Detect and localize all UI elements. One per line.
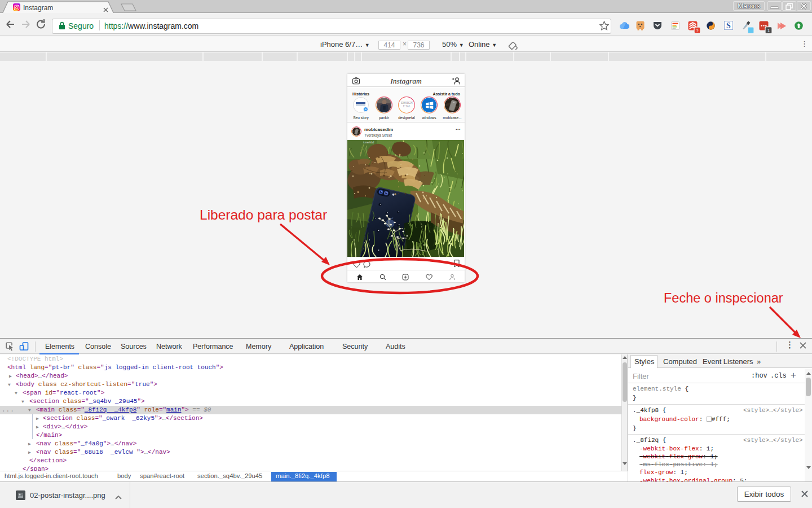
- svg-text:E TAL: E TAL: [403, 104, 411, 108]
- svg-text:S: S: [726, 21, 731, 30]
- svg-text:t.me/vbd: t.me/vbd: [363, 141, 374, 144]
- svg-text:1: 1: [767, 28, 770, 33]
- svg-text:Feche o inspecionar: Feche o inspecionar: [664, 291, 783, 305]
- svg-text:Liberado para postar: Liberado para postar: [200, 207, 327, 222]
- svg-text:?: ?: [696, 28, 699, 33]
